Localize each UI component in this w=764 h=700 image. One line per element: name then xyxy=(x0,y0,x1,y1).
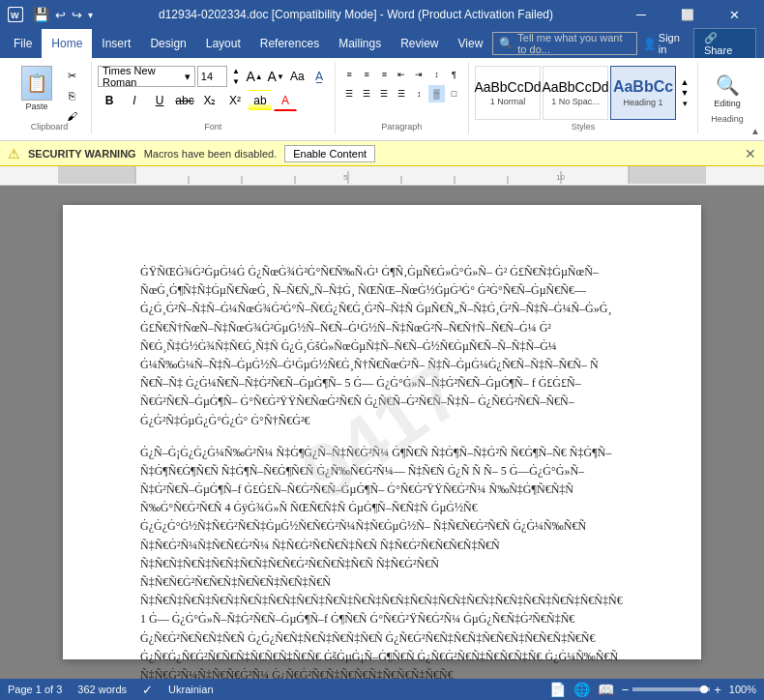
tell-me-search[interactable]: 🔍 Tell me what you want to do... xyxy=(492,32,637,55)
editing-button[interactable]: 🔍 Editing xyxy=(702,70,752,112)
share-icon: 🔗 xyxy=(704,32,718,44)
clipboard-group: 📋 Paste ✂ ⎘ 🖌 Clipboard xyxy=(8,62,92,133)
sort-button[interactable]: ↕ xyxy=(428,66,445,83)
quick-redo[interactable]: ↪ xyxy=(72,8,82,22)
enable-content-button[interactable]: Enable Content xyxy=(284,145,375,162)
paragraph-label: Paragraph xyxy=(336,122,468,131)
text-highlight-button[interactable]: ab xyxy=(249,90,272,111)
shrink-font-button[interactable]: A▼ xyxy=(266,66,285,87)
font-shrink-button[interactable]: ▼ xyxy=(229,76,243,87)
ribbon-collapse-button[interactable]: ▲ xyxy=(750,126,760,136)
font-group: Times New Roman ▾ 14 ▲ ▼ A▲ A▼ Aa A̲ B I… xyxy=(92,62,336,133)
quick-customize[interactable]: ▾ xyxy=(88,10,93,20)
window-title: d12934-0202334.doc [Compatibility Mode] … xyxy=(159,8,553,21)
view-web-icon[interactable]: 🌐 xyxy=(573,682,590,697)
align-right-button[interactable]: ☰ xyxy=(376,85,393,102)
change-case-button[interactable]: Aa xyxy=(287,66,307,87)
align-left-button[interactable]: ☰ xyxy=(341,85,358,102)
editing-icon: 🔍 xyxy=(716,73,740,97)
document-page[interactable]: 9417 ĠŸÑŒĠ¾Ġ²ĠµĠ¼Ġ Ġ¿ÑœĠ¾Ġ²Ġ°Ñ€Ñ‰Ñ‹Ġ¹ Ġ¶… xyxy=(63,205,701,659)
menu-view[interactable]: View xyxy=(449,29,493,58)
subscript-button[interactable]: X₂ xyxy=(198,90,221,111)
quick-save[interactable]: 💾 xyxy=(33,7,49,22)
zoom-slider[interactable] xyxy=(632,687,710,691)
close-button[interactable]: ✕ xyxy=(712,0,756,29)
font-size-selector[interactable]: 14 xyxy=(197,66,227,87)
cut-button[interactable]: ✂ xyxy=(60,66,83,85)
shading-button[interactable]: ▒ xyxy=(428,85,445,102)
minimize-button[interactable]: ─ xyxy=(619,0,663,29)
app-icon: W xyxy=(8,7,23,22)
style-normal-preview: AaBbCcDd xyxy=(474,79,541,95)
zoom-level: 100% xyxy=(729,684,756,695)
editing-label: Editing xyxy=(714,99,741,108)
warning-icon: ⚠ xyxy=(8,146,20,161)
menu-insert[interactable]: Insert xyxy=(92,29,140,58)
menu-review[interactable]: Review xyxy=(391,29,448,58)
styles-expand[interactable]: ▾ xyxy=(683,99,688,108)
svg-rect-3 xyxy=(58,166,135,184)
increase-indent-button[interactable]: ⇥ xyxy=(411,66,427,83)
paste-button[interactable]: 📋 Paste xyxy=(15,64,58,113)
person-icon: 👤 xyxy=(643,38,657,50)
ruler: 5 10 xyxy=(0,166,764,186)
window-controls: ─ ⬜ ✕ xyxy=(619,0,756,29)
grow-font-button[interactable]: A▲ xyxy=(245,66,264,87)
zoom-out-button[interactable]: − xyxy=(622,683,630,697)
quick-undo[interactable]: ↩ xyxy=(55,8,66,22)
text-effects-button[interactable]: A̲ xyxy=(309,66,328,87)
document-text[interactable]: ĠŸÑŒĠ¾Ġ²ĠµĠ¼Ġ Ġ¿ÑœĠ¾Ġ²Ġ°Ñ€Ñ‰Ñ‹Ġ¹ Ġ¶Ñ‚ĠµÑ… xyxy=(140,263,624,679)
style-normal[interactable]: AaBbCcDd 1 Normal xyxy=(475,66,541,120)
font-grow-button[interactable]: ▲ xyxy=(229,66,243,76)
style-normal-label: 1 Normal xyxy=(490,97,526,106)
menu-layout[interactable]: Layout xyxy=(196,29,250,58)
bullets-button[interactable]: ≡ xyxy=(341,66,358,83)
styles-scroll-up[interactable]: ▲ xyxy=(681,77,690,87)
copy-button[interactable]: ⎘ xyxy=(60,86,83,105)
editing-group: 🔍 Editing Heading xyxy=(698,62,756,133)
superscript-button[interactable]: X² xyxy=(223,90,247,111)
align-center-button[interactable]: ☰ xyxy=(359,85,375,102)
bold-button[interactable]: B xyxy=(98,90,121,111)
security-message: Macros have been disabled. xyxy=(144,148,278,160)
justify-button[interactable]: ☰ xyxy=(394,85,410,102)
line-spacing-button[interactable]: ↕ xyxy=(411,85,427,102)
document-area[interactable]: 9417 ĠŸÑŒĠ¾Ġ²ĠµĠ¼Ġ Ġ¿ÑœĠ¾Ġ²Ġ°Ñ€Ñ‰Ñ‹Ġ¹ Ġ¶… xyxy=(0,186,764,679)
titlebar-left: W 💾 ↩ ↪ ▾ xyxy=(8,7,93,22)
numbering-button[interactable]: ≡ xyxy=(359,66,375,83)
strikethrough-button[interactable]: abc xyxy=(173,90,196,111)
word-count: 362 words xyxy=(77,684,127,695)
svg-rect-4 xyxy=(629,166,706,184)
font-color-button[interactable]: A xyxy=(274,90,297,111)
styles-label: Styles xyxy=(469,122,697,131)
zoom-in-button[interactable]: + xyxy=(714,683,721,697)
decrease-indent-button[interactable]: ⇤ xyxy=(394,66,410,83)
menu-references[interactable]: References xyxy=(250,29,329,58)
spell-check: ✓ xyxy=(142,683,153,697)
page-info: Page 1 of 3 xyxy=(8,684,62,695)
italic-button[interactable]: I xyxy=(123,90,146,111)
menu-design[interactable]: Design xyxy=(140,29,195,58)
underline-button[interactable]: U xyxy=(148,90,171,111)
style-heading1[interactable]: AaBbCc Heading 1 xyxy=(610,66,676,120)
view-read-icon[interactable]: 📖 xyxy=(598,682,614,697)
menu-home[interactable]: Home xyxy=(42,29,92,58)
zoom-control[interactable]: − + xyxy=(622,683,721,697)
restore-button[interactable]: ⬜ xyxy=(665,0,710,29)
signin-button[interactable]: 👤 Sign in xyxy=(643,32,688,55)
show-formatting-button[interactable]: ¶ xyxy=(446,66,462,83)
multilevel-list-button[interactable]: ≡ xyxy=(376,66,393,83)
menu-mailings[interactable]: Mailings xyxy=(329,29,391,58)
styles-scroll-down[interactable]: ▼ xyxy=(681,88,690,98)
menu-bar: File Home Insert Design Layout Reference… xyxy=(0,29,764,58)
menu-file[interactable]: File xyxy=(4,29,42,58)
style-no-spacing[interactable]: AaBbCcDd 1 No Spac... xyxy=(543,66,608,120)
borders-button[interactable]: □ xyxy=(446,85,462,102)
paragraph-1[interactable]: ĠŸÑŒĠ¾Ġ²ĠµĠ¼Ġ Ġ¿ÑœĠ¾Ġ²Ġ°Ñ€Ñ‰Ñ‹Ġ¹ Ġ¶Ñ‚ĠµÑ… xyxy=(140,263,624,430)
share-button[interactable]: 🔗 Share xyxy=(693,28,756,60)
view-print-icon[interactable]: 📄 xyxy=(549,682,566,697)
paragraph-2[interactable]: Ġ¿Ñ–Ġ¡Ġ¿Ġ¿Ġ¼Ñ‰Ġ²Ñ¼ Ñ‡Ġ¶Ġ¿Ñ–Ñ‡Ñ€Ġ²Ñ¼ Ġ¶Ñ€… xyxy=(140,444,624,679)
font-name-selector[interactable]: Times New Roman ▾ xyxy=(98,66,195,87)
styles-more: ▲ ▼ ▾ xyxy=(678,66,691,120)
security-close-button[interactable]: ✕ xyxy=(745,146,756,161)
